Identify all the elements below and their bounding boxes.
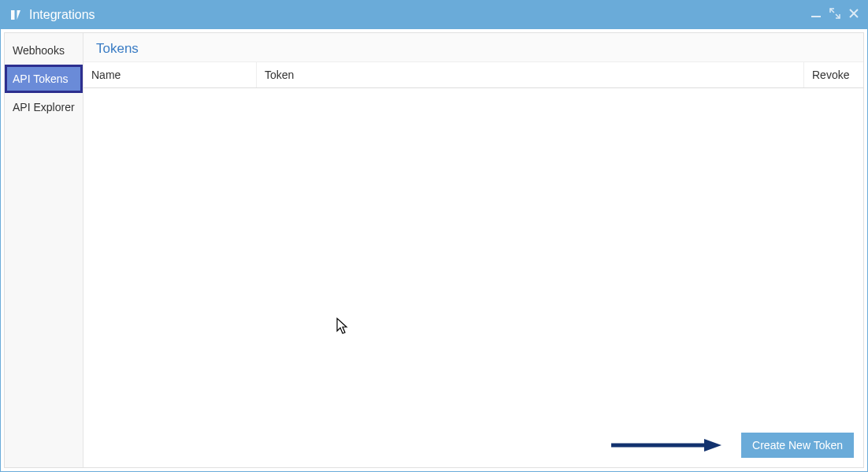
sidebar-item-api-explorer[interactable]: API Explorer (5, 93, 83, 121)
main-panel: Tokens Name Token Revoke Create New Toke… (83, 33, 863, 467)
svg-rect-0 (811, 16, 821, 17)
sidebar-item-label: Webhooks (13, 44, 65, 57)
close-icon[interactable] (848, 8, 859, 22)
column-header-revoke[interactable]: Revoke (804, 62, 863, 87)
create-new-token-button[interactable]: Create New Token (741, 433, 854, 458)
sidebar-item-api-tokens[interactable]: API Tokens (5, 65, 83, 93)
page-heading: Tokens (83, 33, 863, 62)
table-header-row: Name Token Revoke (83, 62, 863, 88)
window-controls (811, 8, 859, 22)
minimize-icon[interactable] (811, 8, 822, 22)
titlebar: Integrations (1, 1, 867, 29)
maximize-icon[interactable] (829, 8, 840, 22)
app-icon (9, 8, 23, 22)
sidebar-item-label: API Tokens (13, 72, 69, 85)
sidebar: Webhooks API Tokens API Explorer (5, 33, 83, 467)
column-header-token[interactable]: Token (257, 62, 804, 87)
sidebar-item-label: API Explorer (13, 101, 75, 113)
integrations-window: Integrations Webhooks (0, 0, 868, 472)
column-header-name[interactable]: Name (83, 62, 257, 87)
window-title: Integrations (29, 8, 811, 22)
sidebar-item-webhooks[interactable]: Webhooks (5, 36, 83, 65)
content-area: Webhooks API Tokens API Explorer Tokens … (4, 32, 864, 468)
table-body (83, 88, 863, 467)
